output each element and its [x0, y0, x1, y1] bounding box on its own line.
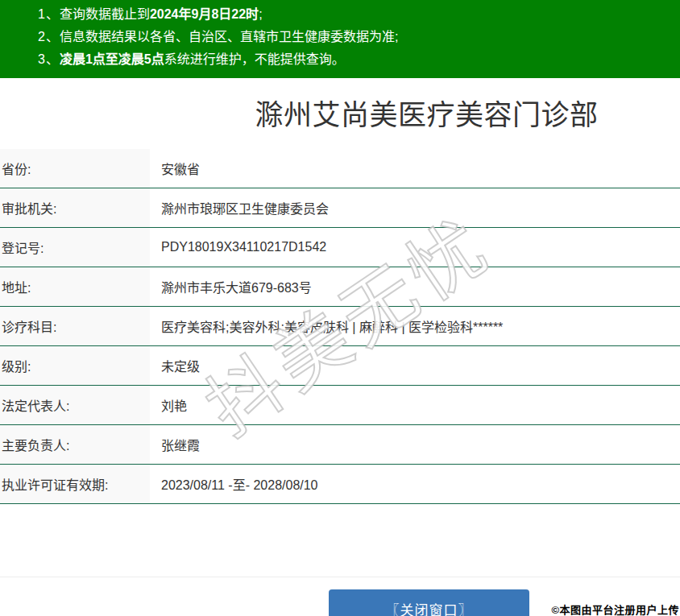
row-value: 安徽省: [150, 149, 680, 188]
copyright-watermark: ©本图由平台注册用户上传: [551, 602, 679, 616]
notice-line-2: 2、信息数据结果以各省、自治区、直辖市卫生健康委数据为准;: [0, 26, 672, 48]
table-row-address: 地址: 滁州市丰乐大道679-683号: [0, 267, 680, 307]
row-value: 2023/08/11 -至- 2028/08/10: [150, 465, 680, 503]
notice-line-3: 3、凌晨1点至凌晨5点系统进行维护，不能提供查询。: [0, 48, 672, 71]
row-value: 滁州市琅琊区卫生健康委员会: [150, 188, 680, 227]
notice-number: 3、: [38, 52, 60, 66]
notice-number: 2、: [38, 30, 60, 43]
row-label: 执业许可证有效期:: [0, 465, 150, 503]
notice-text: ;: [259, 7, 262, 21]
row-label: 级别:: [0, 346, 150, 385]
table-row-approval-authority: 审批机关: 滁州市琅琊区卫生健康委员会: [0, 188, 680, 228]
table-row-registration-number: 登记号: PDY18019X34110217D1542: [0, 228, 680, 267]
table-row-level: 级别: 未定级: [0, 346, 680, 386]
table-row-legal-representative: 法定代表人: 刘艳: [0, 386, 680, 425]
footer: 〖关闭窗口〗 ©本图由平台注册用户上传: [0, 577, 680, 616]
notice-line-1: 1、查询数据截止到2024年9月8日22时;: [0, 3, 672, 26]
row-value: 刘艳: [150, 386, 680, 424]
table-row-person-in-charge: 主要负责人: 张继霞: [0, 425, 680, 465]
notice-text: 系统进行维护，不能提供查询。: [164, 52, 345, 66]
table-row-license-validity: 执业许可证有效期: 2023/08/11 -至- 2028/08/10: [0, 465, 680, 504]
table-row-province: 省份: 安徽省: [0, 149, 680, 188]
row-label: 地址:: [0, 267, 150, 306]
page-title: 滁州艾尚美医疗美容门诊部: [173, 96, 680, 134]
row-label: 省份:: [0, 149, 150, 188]
row-label: 审批机关:: [0, 188, 150, 227]
row-value: 张继霞: [150, 425, 680, 464]
notice-text: 信息数据结果以各省、自治区、直辖市卫生健康委数据为准;: [60, 30, 398, 43]
close-window-button[interactable]: 〖关闭窗口〗: [329, 589, 529, 616]
row-value: 未定级: [150, 346, 680, 385]
notice-banner: 1、查询数据截止到2024年9月8日22时; 2、信息数据结果以各省、自治区、直…: [0, 0, 680, 78]
row-value: 滁州市丰乐大道679-683号: [150, 267, 680, 306]
row-label: 诊疗科目:: [0, 307, 150, 345]
row-value: 医疗美容科;美容外科;美容皮肤科 | 麻醉科 | 医学检验科******: [150, 307, 680, 345]
row-label: 登记号:: [0, 228, 150, 267]
notice-text-bold: 2024年9月8日22时: [150, 7, 259, 21]
table-row-medical-subjects: 诊疗科目: 医疗美容科;美容外科;美容皮肤科 | 麻醉科 | 医学检验科****…: [0, 307, 680, 346]
notice-text: 查询数据截止到: [60, 7, 150, 21]
notice-text-bold: 凌晨1点至凌晨5点: [60, 52, 164, 66]
info-table: 省份: 安徽省 审批机关: 滁州市琅琊区卫生健康委员会 登记号: PDY1801…: [0, 149, 680, 504]
notice-number: 1、: [38, 7, 60, 21]
row-value: PDY18019X34110217D1542: [150, 228, 680, 267]
row-label: 法定代表人:: [0, 386, 150, 424]
row-label: 主要负责人:: [0, 425, 150, 464]
